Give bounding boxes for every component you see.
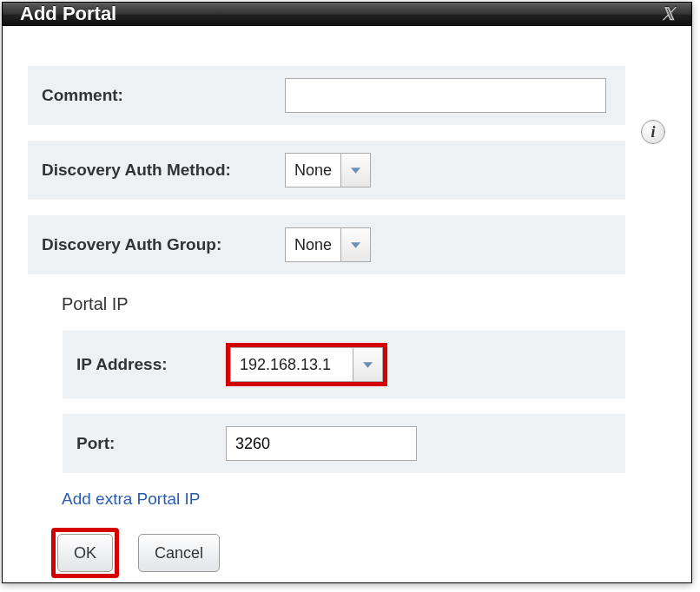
portal-ip-section: Portal IP [62, 294, 667, 314]
label-comment: Comment: [42, 86, 285, 105]
row-auth-group: Discovery Auth Group: None [27, 214, 626, 275]
chevron-down-icon[interactable] [340, 228, 370, 261]
auth-method-value: None [286, 154, 340, 187]
row-auth-method: Discovery Auth Method: None [27, 140, 626, 201]
row-ip-address: IP Address: 192.168.13.1 [62, 330, 626, 399]
add-extra-portal-ip-link[interactable]: Add extra Portal IP [62, 490, 667, 509]
info-icon[interactable]: i [641, 120, 665, 144]
highlight-ok: OK [51, 528, 119, 578]
close-icon[interactable]: 𝕏 [661, 3, 676, 24]
highlight-ip: 192.168.13.1 [226, 343, 387, 386]
label-auth-group: Discovery Auth Group: [42, 235, 285, 254]
chevron-down-icon[interactable] [340, 154, 370, 187]
button-bar: OK Cancel [51, 528, 667, 578]
row-comment: Comment: [27, 65, 626, 126]
ip-address-select[interactable]: 192.168.13.1 [230, 347, 383, 382]
label-ip-address: IP Address: [76, 355, 226, 374]
auth-method-select[interactable]: None [285, 153, 371, 187]
port-input[interactable] [226, 426, 417, 461]
add-portal-dialog: Add Portal 𝕏 i Comment: Discovery Auth M… [2, 2, 692, 583]
row-port: Port: [62, 413, 626, 474]
ip-address-value: 192.168.13.1 [231, 348, 353, 381]
ok-button[interactable]: OK [57, 534, 113, 572]
dialog-title: Add Portal [20, 3, 116, 25]
dialog-content: i Comment: Discovery Auth Method: None D… [3, 26, 691, 592]
auth-group-select[interactable]: None [285, 227, 371, 262]
label-auth-method: Discovery Auth Method: [42, 161, 285, 180]
auth-group-value: None [286, 228, 340, 261]
comment-input[interactable] [285, 78, 606, 113]
dialog-titlebar: Add Portal 𝕏 [3, 3, 691, 26]
label-port: Port: [76, 434, 226, 453]
chevron-down-icon[interactable] [353, 348, 382, 381]
cancel-button[interactable]: Cancel [138, 534, 220, 572]
